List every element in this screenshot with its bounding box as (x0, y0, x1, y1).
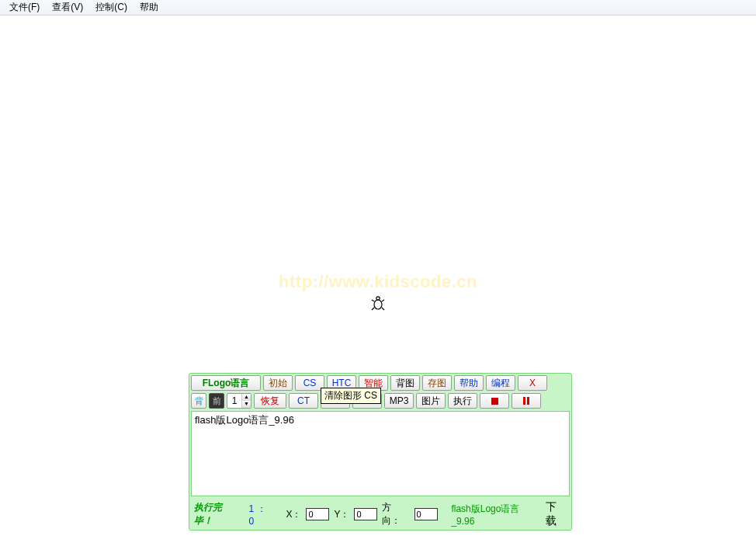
save-img-button[interactable]: 存图 (422, 375, 452, 391)
ct-button[interactable]: CT (289, 393, 318, 409)
dir-input[interactable] (414, 508, 438, 520)
download-link[interactable]: 下载 (546, 500, 567, 528)
front-button[interactable]: 前 (209, 393, 224, 409)
pen-width-spinner[interactable]: ▲ ▼ (227, 393, 251, 409)
svg-line-3 (382, 300, 384, 301)
menu-help[interactable]: 帮助 (134, 0, 165, 16)
status-bar: 执行完毕！ 1 ：0 X： Y： 方向： flash版Logo语言_9.96 下… (191, 499, 570, 528)
restore-button[interactable]: 恢复 (254, 393, 286, 409)
version-label: flash版Logo语言_9.96 (451, 503, 540, 527)
init-button[interactable]: 初始 (263, 375, 293, 391)
program-button[interactable]: 编程 (486, 375, 515, 391)
command-textarea[interactable] (191, 411, 570, 496)
x-label: X： (286, 508, 301, 521)
dir-label: 方向： (382, 501, 409, 527)
line-col-label: 1 ：0 (249, 503, 271, 527)
menu-view[interactable]: 查看(V) (46, 0, 89, 16)
pause-button[interactable] (512, 393, 541, 409)
svg-line-4 (372, 308, 374, 310)
svg-line-5 (382, 308, 384, 310)
svg-point-0 (374, 300, 382, 309)
flogo-button[interactable]: FLogo语言 (191, 375, 261, 391)
pen-width-value[interactable] (227, 394, 241, 408)
stop-icon (491, 398, 498, 405)
cs-tooltip: 清除图形 CS (321, 388, 381, 404)
turtle-icon (371, 295, 385, 315)
watermark-text: http://www.kidscode.cn (0, 272, 756, 292)
menu-control[interactable]: 控制(C) (89, 0, 134, 16)
back-button[interactable]: 背 (191, 393, 206, 409)
spin-up-icon[interactable]: ▲ (241, 394, 251, 401)
menu-file[interactable]: 文件(F) (3, 0, 46, 16)
exec-status-label: 执行完毕！ (194, 501, 240, 527)
close-x-button[interactable]: X (518, 375, 547, 391)
stop-button[interactable] (480, 393, 509, 409)
pause-icon (523, 397, 529, 405)
x-input[interactable] (306, 508, 329, 520)
bg-button[interactable]: 背图 (390, 375, 420, 391)
y-label: Y： (334, 508, 349, 521)
spin-down-icon[interactable]: ▼ (241, 401, 251, 408)
pic-button[interactable]: 图片 (416, 393, 446, 409)
help-button[interactable]: 帮助 (454, 375, 484, 391)
menubar: 文件(F) 查看(V) 控制(C) 帮助 (0, 0, 756, 16)
drawing-canvas[interactable]: http://www.kidscode.cn (0, 16, 756, 373)
mp3-button[interactable]: MP3 (384, 393, 414, 409)
exec-button[interactable]: 执行 (448, 393, 477, 409)
svg-line-2 (372, 300, 374, 301)
y-input[interactable] (354, 508, 377, 520)
